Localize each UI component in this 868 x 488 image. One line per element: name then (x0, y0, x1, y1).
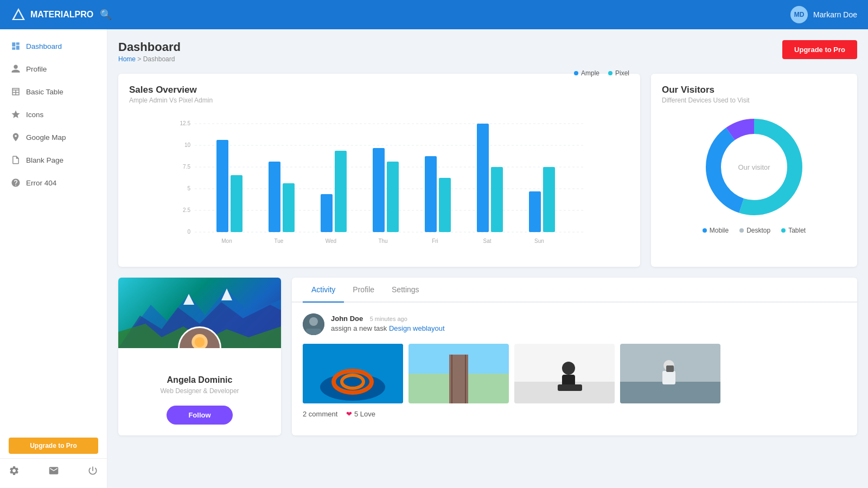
svg-text:Thu: Thu (378, 238, 387, 244)
svg-rect-17 (269, 162, 280, 232)
svg-rect-15 (231, 175, 242, 232)
svg-point-50 (309, 317, 318, 326)
activity-link[interactable]: Design weblayout (389, 324, 445, 332)
search-icon[interactable]: 🔍 (100, 9, 112, 21)
activity-image-4 (620, 344, 720, 403)
tab-profile[interactable]: Profile (344, 278, 383, 303)
svg-rect-33 (543, 167, 555, 232)
sidebar-item-profile[interactable]: Profile (0, 57, 107, 80)
comment-count: 2 comment (303, 410, 337, 418)
sales-title: Sales Overview (129, 85, 213, 95)
sidebar-label-dashboard: Dashboard (26, 42, 62, 50)
settings-icon[interactable] (9, 465, 20, 476)
activity-item: John Doe 5 minutes ago assign a new task… (303, 313, 846, 335)
heart-icon: ❤ (346, 410, 352, 418)
dashboard-icon (11, 41, 21, 51)
mail-icon[interactable] (48, 465, 59, 476)
upgrade-button-sidebar[interactable]: Upgrade to Pro (9, 438, 98, 454)
svg-text:Tue: Tue (275, 238, 284, 244)
desktop-label: Desktop (746, 227, 770, 234)
sidebar-bottom (0, 458, 107, 483)
tab-activity[interactable]: Activity (303, 278, 344, 303)
main-content: Dashboard Home > Dashboard Upgrade to Pr… (107, 29, 868, 488)
legend-tablet: Tablet (781, 227, 806, 234)
donut-chart: Our visitor (700, 113, 808, 221)
header-right: MD Markarn Doe (790, 6, 857, 23)
activity-footer: 2 comment ❤ 5 Love (303, 410, 846, 418)
power-icon[interactable] (87, 465, 98, 476)
logo-text: MATERIALPRO (30, 10, 93, 20)
svg-rect-18 (283, 183, 295, 232)
svg-text:5: 5 (187, 185, 190, 191)
top-header: MATERIALPRO 🔍 MD Markarn Doe (0, 0, 868, 29)
sidebar-item-error-404[interactable]: Error 404 (0, 171, 107, 194)
breadcrumb-current: Dashboard (143, 55, 175, 63)
activity-time: 5 minutes ago (370, 316, 407, 322)
tablet-label: Tablet (788, 227, 806, 234)
sidebar-item-icons[interactable]: Icons (0, 103, 107, 126)
star-icon (11, 110, 21, 119)
chart-legend: Ample Pixel (574, 69, 629, 77)
legend-ample: Ample (574, 69, 599, 77)
cards-row: Sales Overview Ample Admin Vs Pixel Admi… (118, 74, 857, 267)
legend-label-ample: Ample (581, 69, 599, 77)
bottom-row: Angela Dominic Web Designer & Developer … (118, 278, 857, 435)
svg-point-63 (562, 362, 575, 375)
profile-name: Angela Dominic (129, 375, 270, 385)
user-name: Markarn Doe (813, 10, 857, 19)
activity-image-2 (409, 344, 509, 403)
map-icon (11, 132, 21, 142)
svg-text:12.5: 12.5 (180, 120, 191, 126)
sidebar-item-google-map[interactable]: Google Map (0, 126, 107, 149)
svg-text:0: 0 (187, 229, 190, 235)
sidebar-label-error-404: Error 404 (26, 179, 56, 187)
sales-overview-header: Sales Overview Ample Admin Vs Pixel Admi… (129, 85, 213, 113)
svg-text:Sun: Sun (534, 238, 544, 244)
svg-text:10: 10 (184, 142, 191, 148)
activity-desc: assign a new task Design weblayout (331, 324, 846, 332)
table-icon (11, 87, 21, 97)
profile-card: Angela Dominic Web Designer & Developer … (118, 278, 281, 435)
legend-label-pixel: Pixel (615, 69, 629, 77)
bar-chart: 12.5 10 7.5 5 2.5 0 Mon Tue (129, 113, 629, 254)
svg-rect-14 (216, 140, 228, 232)
breadcrumb-home[interactable]: Home (118, 55, 136, 63)
svg-rect-23 (373, 148, 385, 232)
help-icon (11, 178, 21, 188)
visitors-card: Our Visitors Different Devices Used to V… (651, 74, 857, 267)
profile-info: Angela Dominic Web Designer & Developer … (118, 348, 281, 435)
follow-button[interactable]: Follow (167, 406, 232, 425)
logo-icon (11, 7, 26, 22)
sidebar-item-blank-page[interactable]: Blank Page (0, 149, 107, 171)
svg-rect-70 (666, 365, 674, 372)
activity-image-1 (303, 344, 403, 403)
page-title-area: Dashboard Home > Dashboard (118, 40, 181, 63)
svg-rect-30 (491, 167, 503, 232)
legend-dot-pixel (608, 71, 612, 75)
upgrade-button-main[interactable]: Upgrade to Pro (782, 40, 857, 59)
svg-text:Our visitor: Our visitor (738, 163, 770, 171)
legend-pixel: Pixel (608, 69, 629, 77)
visitors-subtitle: Different Devices Used to Visit (662, 97, 846, 104)
sidebar-item-dashboard[interactable]: Dashboard (0, 35, 107, 57)
svg-text:Fri: Fri (432, 238, 438, 244)
svg-rect-29 (477, 124, 489, 232)
sidebar-label-basic-table: Basic Table (26, 88, 63, 96)
desktop-dot (739, 228, 744, 233)
svg-text:Wed: Wed (326, 238, 336, 244)
activity-images (303, 344, 846, 403)
svg-rect-32 (529, 191, 541, 232)
svg-rect-24 (387, 162, 399, 232)
love-count: ❤ 5 Love (346, 410, 375, 418)
tabs: Activity Profile Settings (292, 278, 857, 303)
header-left: MATERIALPRO 🔍 (11, 7, 112, 22)
sidebar-label-profile: Profile (26, 65, 47, 73)
legend-desktop: Desktop (739, 227, 770, 234)
activity-image-3 (514, 344, 615, 403)
sidebar-item-basic-table[interactable]: Basic Table (0, 80, 107, 103)
activity-avatar (303, 313, 324, 335)
breadcrumb: Home > Dashboard (118, 55, 181, 63)
sidebar-label-icons: Icons (26, 111, 43, 119)
tab-settings[interactable]: Settings (383, 278, 428, 303)
sales-subtitle: Ample Admin Vs Pixel Admin (129, 97, 213, 104)
